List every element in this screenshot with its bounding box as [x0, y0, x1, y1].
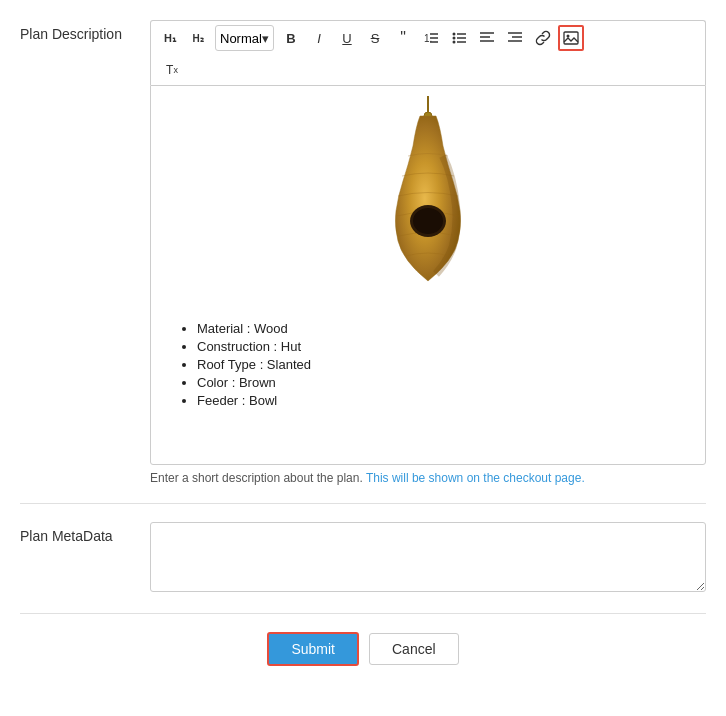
birdhouse-image: [348, 96, 508, 311]
feature-list: Material : Wood Construction : Hut Roof …: [167, 321, 689, 408]
plan-description-row: Plan Description H₁ H₂ Normal H1 H2 H3 ▾…: [20, 20, 706, 485]
cancel-button[interactable]: Cancel: [369, 633, 459, 665]
clear-format-button[interactable]: Tx: [157, 57, 187, 83]
hint-text: Enter a short description about the plan…: [150, 471, 706, 485]
list-item: Roof Type : Slanted: [197, 357, 689, 372]
plan-metadata-label: Plan MetaData: [20, 522, 150, 544]
svg-point-17: [567, 35, 570, 38]
birdhouse-image-container: [167, 96, 689, 311]
editor-content-area[interactable]: Material : Wood Construction : Hut Roof …: [150, 85, 706, 465]
svg-point-21: [413, 208, 443, 234]
list-item: Feeder : Bowl: [197, 393, 689, 408]
editor-toolbar-row2: Tx: [150, 55, 706, 85]
h2-button[interactable]: H₂: [185, 25, 211, 51]
svg-point-5: [453, 37, 456, 40]
editor-toolbar-row1: H₁ H₂ Normal H1 H2 H3 ▾ B I U S " 1.: [150, 20, 706, 55]
italic-button[interactable]: I: [306, 25, 332, 51]
link-button[interactable]: [530, 25, 556, 51]
bold-button[interactable]: B: [278, 25, 304, 51]
align-left-button[interactable]: [474, 25, 500, 51]
divider: [20, 503, 706, 504]
plan-description-field: H₁ H₂ Normal H1 H2 H3 ▾ B I U S " 1.: [150, 20, 706, 485]
divider-2: [20, 613, 706, 614]
plan-metadata-field: [150, 522, 706, 595]
list-item: Material : Wood: [197, 321, 689, 336]
h1-button[interactable]: H₁: [157, 25, 183, 51]
image-button[interactable]: [558, 25, 584, 51]
format-select[interactable]: Normal H1 H2 H3: [220, 31, 262, 46]
list-item: Construction : Hut: [197, 339, 689, 354]
underline-button[interactable]: U: [334, 25, 360, 51]
hint-link: This will be shown on the checkout page.: [366, 471, 585, 485]
metadata-textarea[interactable]: [150, 522, 706, 592]
align-right-button[interactable]: [502, 25, 528, 51]
svg-rect-16: [564, 32, 578, 44]
unordered-list-button[interactable]: [446, 25, 472, 51]
plan-metadata-row: Plan MetaData: [20, 522, 706, 595]
ordered-list-button[interactable]: 1.: [418, 25, 444, 51]
plan-description-label: Plan Description: [20, 20, 150, 42]
buttons-row: Submit Cancel: [20, 632, 706, 666]
submit-button[interactable]: Submit: [267, 632, 359, 666]
quote-button[interactable]: ": [390, 25, 416, 51]
svg-point-4: [453, 33, 456, 36]
svg-point-6: [453, 41, 456, 44]
list-item: Color : Brown: [197, 375, 689, 390]
strikethrough-button[interactable]: S: [362, 25, 388, 51]
select-arrow-icon: ▾: [262, 31, 269, 46]
format-select-wrapper[interactable]: Normal H1 H2 H3 ▾: [215, 25, 274, 51]
